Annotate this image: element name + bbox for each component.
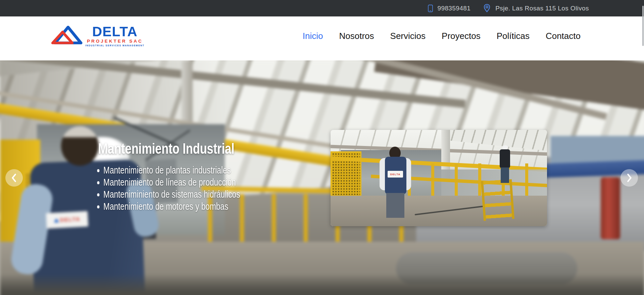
hero-bullet-item: Mantenimiento de motores y bombas [103,200,330,212]
hero-inset-photo: DELTA [331,130,547,226]
hero-bullet-item: Mantenimiento de plantas industriales [103,164,330,176]
hero-bullet-list: Mantenimiento de plantas industrialesMan… [94,164,330,212]
nav-item-contacto[interactable]: Contacto [546,31,581,41]
site-header: DELTA PROJEKTER SAC INDUSTRIAL SERVICES … [0,16,644,60]
address-contact[interactable]: Psje. Las Rosas 115 Los Olivos [483,4,589,13]
phone-number: 998359481 [437,5,470,12]
vest-delta-patch: DELTA [46,211,88,229]
location-pin-icon [483,4,491,13]
nav-item-servicios[interactable]: Servicios [390,31,426,41]
hero-bullet-item: Manteniminiento de sistemas hidráulicos [103,188,330,200]
hero-bullet-item: Mantenimiento de líneas de producción [103,176,330,188]
step-ladder [481,179,514,221]
page-scrollbar[interactable] [642,0,644,295]
hero-carousel: DELTA DELTA Mantenimiento Industrial [0,60,644,295]
chevron-right-icon [626,173,633,183]
nav-item-inicio[interactable]: Inicio [303,31,323,41]
chevron-left-icon [11,173,17,183]
carousel-prev-button[interactable] [5,169,23,187]
phone-icon [428,4,433,13]
logo[interactable]: DELTA PROJEKTER SAC INDUSTRIAL SERVICES … [50,26,145,47]
logo-subtitle: PROJEKTER SAC [87,39,143,44]
scrollbar-thumb[interactable] [642,6,644,46]
nav-item-politicas[interactable]: Políticas [497,31,530,41]
main-nav: Inicio Nosotros Servicios Proyectos Polí… [303,31,581,41]
logo-tagline: INDUSTRIAL SERVICES MANAGEMENT [85,44,145,47]
topbar: 998359481 Psje. Las Rosas 115 Los Olivos [0,0,644,16]
logo-triangle-icon [50,26,83,44]
phone-contact[interactable]: 998359481 [428,4,470,13]
logo-name: DELTA [92,26,138,38]
inset-vest-delta-patch: DELTA [388,171,403,178]
hero-slide-content: Mantenimiento Industrial Mantenimiento d… [94,140,330,212]
nav-item-proyectos[interactable]: Proyectos [442,31,481,41]
inset-distant-worker [500,149,510,168]
hero-title: Mantenimiento Industrial [98,140,330,157]
carousel-next-button[interactable] [621,169,638,187]
address-text: Psje. Las Rosas 115 Los Olivos [495,5,589,12]
nav-item-nosotros[interactable]: Nosotros [339,31,374,41]
